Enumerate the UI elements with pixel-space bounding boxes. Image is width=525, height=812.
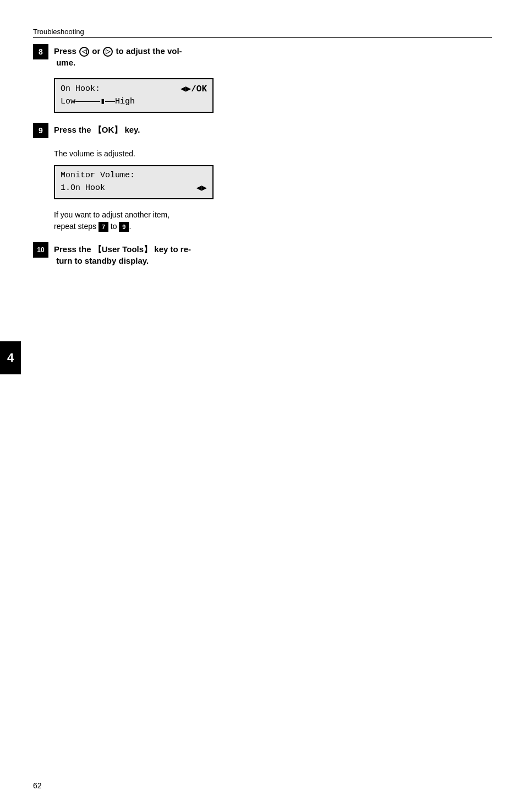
step-9-text: Press the 【OK】 key.: [54, 123, 140, 135]
step-9-description: The volume is adjusted.: [54, 148, 492, 160]
lcd-row-2: Low—————▮——High: [61, 96, 207, 108]
right-circle-icon: ▷: [103, 47, 113, 57]
step-9-inline-icon: 9: [119, 222, 129, 232]
user-tools-bracket: 【User Tools】: [94, 244, 152, 254]
step-8: 8 Press ◁ or ▷ to adjust the vol- ume.: [33, 44, 492, 68]
step-9-icon: 9: [33, 123, 48, 138]
step-8-text: Press ◁ or ▷ to adjust the vol- ume.: [54, 44, 182, 68]
lcd-row-1: On Hook: ◀▶/OK: [61, 83, 207, 96]
step-10-text: Press the 【User Tools】 key to re- turn t…: [54, 242, 191, 266]
top-rule: [33, 37, 492, 38]
lcd-line1-icon: ◀▶/OK: [181, 83, 207, 96]
ok-bracket: 【OK】: [94, 125, 123, 134]
lcd2-row-1: Monitor Volume:: [61, 170, 207, 182]
chapter-tab: 4: [0, 341, 21, 374]
lcd2-line2-icon: ◀▶: [196, 182, 207, 195]
lcd-line1-label: On Hook:: [61, 83, 100, 96]
left-circle-icon: ◁: [79, 47, 89, 57]
step-10: 10 Press the 【User Tools】 key to re- tur…: [33, 242, 492, 266]
lcd2-line2-label: 1.On Hook: [61, 182, 105, 195]
step-7-inline-icon: 7: [99, 222, 108, 232]
page: Troubleshooting 4 62 8 Press ◁ or ▷ to a…: [0, 0, 525, 812]
lcd-line2: Low—————▮——High: [61, 96, 135, 108]
content: 8 Press ◁ or ▷ to adjust the vol- ume. O…: [33, 44, 492, 276]
chapter-tab-label: 4: [7, 351, 14, 365]
step-9: 9 Press the 【OK】 key.: [33, 123, 492, 138]
step-8-icon: 8: [33, 44, 48, 59]
lcd-screen-2: Monitor Volume: 1.On Hook ◀▶: [54, 165, 214, 200]
lcd-screen-1: On Hook: ◀▶/OK Low—————▮——High: [54, 78, 214, 113]
lcd2-row-2: 1.On Hook ◀▶: [61, 182, 207, 195]
or-connector: or: [92, 46, 102, 56]
lcd2-line1: Monitor Volume:: [61, 170, 135, 182]
section-label: Troubleshooting: [33, 28, 84, 36]
repeat-note: If you want to adjust another item, repe…: [54, 209, 492, 232]
step-10-icon: 10: [33, 242, 48, 258]
page-number: 62: [33, 781, 42, 790]
